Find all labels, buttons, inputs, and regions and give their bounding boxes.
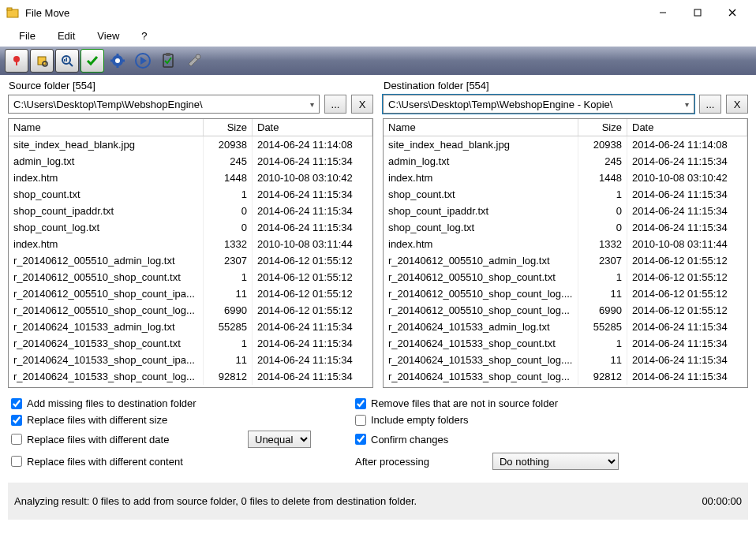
file-row[interactable]: r_20140612_005510_admin_log.txt23072014-… (384, 252, 747, 269)
file-row[interactable]: r_20140612_005510_shop_count.txt12014-06… (9, 269, 372, 285)
dest-clear-button[interactable]: X (726, 95, 748, 114)
toolbar-settings-button[interactable] (182, 49, 205, 73)
opt-include-empty[interactable]: Include empty folders (335, 414, 745, 426)
file-row[interactable]: r_20140612_005510_shop_count_log...69902… (9, 302, 372, 319)
date-mode-select[interactable]: Unequal (248, 431, 311, 448)
status-text: Analyzing result: 0 files to add from so… (14, 495, 417, 507)
file-row[interactable]: admin_log.txt2452014-06-24 11:15:34 (384, 153, 747, 170)
file-row[interactable]: r_20140624_101533_admin_log.txt552852014… (384, 319, 747, 335)
opt-add-missing[interactable]: Add missing files to destination folder (11, 397, 248, 409)
toolbar-btn-1[interactable] (5, 49, 28, 73)
file-row[interactable]: shop_count_ipaddr.txt02014-06-24 11:15:3… (384, 203, 747, 219)
dest-file-list[interactable]: Name Size Date site_index_head_blank.jpg… (383, 118, 748, 388)
file-row[interactable]: r_20140624_101533_shop_count_log...92812… (9, 368, 372, 385)
file-row[interactable]: index.htm13322010-10-08 03:11:44 (9, 236, 372, 252)
file-row[interactable]: r_20140612_005510_shop_count.txt12014-06… (384, 269, 747, 285)
file-date: 2014-06-24 11:15:34 (253, 203, 372, 219)
file-date: 2014-06-24 11:15:34 (627, 352, 747, 368)
file-size: 11 (578, 352, 627, 368)
file-size: 55285 (578, 319, 627, 335)
file-row[interactable]: shop_count.txt12014-06-24 11:15:34 (384, 186, 747, 203)
toolbar-gear-button[interactable] (106, 49, 129, 73)
file-row[interactable]: r_20140612_005510_shop_count_log....1120… (384, 285, 747, 302)
opt-replace-size[interactable]: Replace files with different size (11, 414, 248, 426)
col-name[interactable]: Name (9, 119, 204, 136)
file-row[interactable]: index.htm14482010-10-08 03:10:42 (384, 170, 747, 186)
file-date: 2014-06-24 11:15:34 (627, 368, 747, 385)
file-row[interactable]: r_20140612_005510_shop_count_log...69902… (384, 302, 747, 319)
file-size: 11 (204, 285, 253, 302)
col-date[interactable]: Date (627, 119, 747, 136)
source-browse-button[interactable]: ... (324, 95, 346, 114)
file-name: r_20140624_101533_shop_count_log.... (384, 352, 578, 368)
file-name: shop_count_log.txt (384, 219, 578, 236)
file-name: r_20140624_101533_shop_count_log... (384, 368, 578, 385)
menu-file[interactable]: File (9, 27, 45, 45)
source-clear-button[interactable]: X (351, 95, 373, 114)
file-row[interactable]: index.htm13322010-10-08 03:11:44 (384, 236, 747, 252)
file-row[interactable]: shop_count_log.txt02014-06-24 11:15:34 (9, 219, 372, 236)
close-button[interactable] (715, 1, 750, 24)
file-size: 6990 (204, 302, 253, 319)
minimize-button[interactable] (646, 1, 680, 24)
opt-replace-content[interactable]: Replace files with different content (11, 456, 248, 468)
file-row[interactable]: site_index_head_blank.jpg209382014-06-24… (384, 136, 747, 153)
opt-remove-extra[interactable]: Remove files that are not in source fold… (335, 397, 745, 409)
col-size[interactable]: Size (578, 119, 627, 136)
menu-help[interactable]: ? (132, 27, 156, 45)
col-name[interactable]: Name (384, 119, 578, 136)
svg-rect-3 (694, 9, 701, 16)
file-name: shop_count_log.txt (9, 219, 204, 236)
svg-point-23 (196, 54, 200, 59)
dest-browse-button[interactable]: ... (699, 95, 721, 114)
file-name: shop_count_ipaddr.txt (9, 203, 204, 219)
status-bar: Analyzing result: 0 files to add from so… (8, 483, 748, 520)
toolbar-play-button[interactable] (131, 49, 155, 73)
col-date[interactable]: Date (253, 119, 372, 136)
toolbar-apply-button[interactable] (80, 49, 104, 73)
toolbar-analyze-button[interactable] (55, 49, 79, 73)
file-row[interactable]: site_index_head_blank.jpg209382014-06-24… (9, 136, 372, 153)
file-size: 2307 (204, 252, 253, 269)
toolbar-clipboard-button[interactable] (156, 49, 180, 73)
file-date: 2014-06-24 11:15:34 (253, 186, 372, 203)
file-size: 92812 (578, 368, 627, 385)
dest-path-input[interactable] (384, 97, 679, 112)
chevron-down-icon[interactable]: ▾ (679, 100, 694, 109)
toolbar-btn-2[interactable] (30, 49, 54, 73)
chevron-down-icon[interactable]: ▾ (305, 100, 319, 109)
file-size: 2307 (578, 252, 627, 269)
file-row[interactable]: r_20140624_101533_shop_count.txt12014-06… (384, 335, 747, 352)
menu-edit[interactable]: Edit (48, 27, 84, 45)
svg-point-15 (115, 58, 120, 63)
file-row[interactable]: shop_count_log.txt02014-06-24 11:15:34 (384, 219, 747, 236)
file-row[interactable]: r_20140624_101533_shop_count_ipa...11201… (9, 352, 372, 368)
source-file-list[interactable]: Name Size Date site_index_head_blank.jpg… (8, 118, 373, 388)
dest-path-combo[interactable]: ▾ (383, 95, 694, 114)
source-path-input[interactable] (9, 97, 305, 112)
file-size: 1 (578, 186, 627, 203)
file-row[interactable]: r_20140624_101533_shop_count.txt12014-06… (9, 335, 372, 352)
opt-replace-date[interactable]: Replace files with different date (11, 434, 248, 446)
file-row[interactable]: shop_count.txt12014-06-24 11:15:34 (9, 186, 372, 203)
file-row[interactable]: r_20140624_101533_shop_count_log....1120… (384, 352, 747, 368)
source-path-combo[interactable]: ▾ (8, 95, 320, 114)
opt-confirm[interactable]: Confirm changes (335, 434, 745, 446)
file-size: 1448 (578, 170, 627, 186)
file-row[interactable]: r_20140612_005510_shop_count_ipa...11201… (9, 285, 372, 302)
file-name: r_20140624_101533_shop_count.txt (9, 335, 204, 352)
file-name: shop_count.txt (9, 186, 204, 203)
file-row[interactable]: admin_log.txt2452014-06-24 11:15:34 (9, 153, 372, 170)
file-size: 6990 (578, 302, 627, 319)
maximize-button[interactable] (680, 1, 715, 24)
menu-view[interactable]: View (88, 27, 129, 45)
file-row[interactable]: r_20140624_101533_admin_log.txt552852014… (9, 319, 372, 335)
file-row[interactable]: shop_count_ipaddr.txt02014-06-24 11:15:3… (9, 203, 372, 219)
file-date: 2014-06-12 01:55:12 (253, 269, 372, 285)
file-row[interactable]: r_20140624_101533_shop_count_log...92812… (384, 368, 747, 385)
file-row[interactable]: index.htm14482010-10-08 03:10:42 (9, 170, 372, 186)
file-size: 11 (204, 352, 253, 368)
after-processing-select[interactable]: Do nothing (492, 453, 619, 470)
col-size[interactable]: Size (204, 119, 253, 136)
file-row[interactable]: r_20140612_005510_admin_log.txt23072014-… (9, 252, 372, 269)
